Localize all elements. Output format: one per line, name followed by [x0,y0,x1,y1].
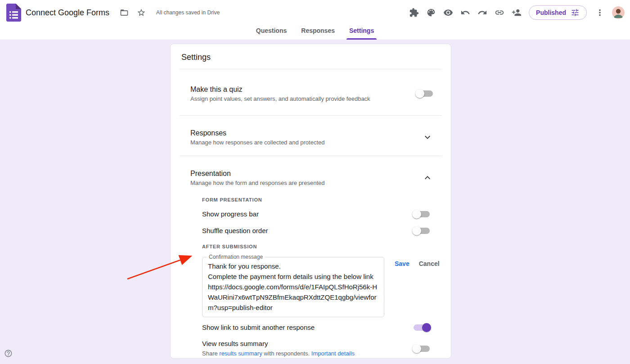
shuffle-question-order-label: Shuffle question order [202,226,414,235]
make-quiz-toggle[interactable] [417,90,433,97]
show-progress-bar-toggle[interactable] [414,211,430,217]
responses-section-row[interactable]: Responses Manage how responses are colle… [171,128,451,147]
confirmation-message-url: https://docs.google.com/forms/d/e/1FAIpQ… [208,282,378,313]
tab-settings[interactable]: Settings [342,25,381,40]
copy-link-icon[interactable] [491,4,508,21]
divider [180,69,442,69]
presentation-section-title: Presentation [190,169,422,179]
account-avatar[interactable] [612,6,625,19]
add-collaborators-icon[interactable] [508,4,525,21]
confirmation-message-floating-label: Confirmation message [207,254,265,260]
move-to-folder-icon[interactable] [116,4,133,21]
responses-section-title: Responses [190,128,422,138]
tab-bar: Questions Responses Settings [0,25,630,40]
confirmation-message-line2: Complete the payment form details using … [208,271,378,282]
star-icon[interactable] [133,4,150,21]
results-summary-link[interactable]: results summary [219,350,262,357]
active-tab-underline [346,38,377,40]
view-results-description: Share results summary with respondents. … [202,349,414,358]
settings-card: Settings Make this a quiz Assign point v… [170,44,451,359]
save-button[interactable]: Save [395,260,410,267]
publish-settings-tune-icon [571,8,580,17]
make-quiz-row: Make this a quiz Assign point values, se… [171,85,451,103]
show-link-label: Show link to submit another response [202,323,414,332]
customize-theme-palette-icon[interactable] [423,4,440,21]
preview-eye-icon[interactable] [440,4,457,21]
show-progress-bar-label: Show progress bar [202,210,414,219]
presentation-section-row[interactable]: Presentation Manage how the form and res… [171,169,451,187]
view-results-label: View results summary [202,339,414,348]
save-status-text: All changes saved in Drive [156,9,220,16]
settings-card-title: Settings [171,44,451,69]
divider [180,156,442,156]
make-quiz-description: Assign point values, set answers, and au… [190,95,417,103]
help-icon[interactable] [4,349,13,358]
confirmation-message-area: Confirmation message Thank for you respo… [171,257,451,317]
undo-icon[interactable] [457,4,474,21]
form-title[interactable]: Connect Google Forms [26,8,109,18]
view-results-share-prefix: Share [202,350,219,357]
important-details-link[interactable]: Important details [311,350,355,357]
confirmation-message-field[interactable]: Confirmation message Thank for you respo… [202,257,384,317]
presentation-section-description: Manage how the form and responses are pr… [190,179,422,187]
top-bar: Connect Google Forms All changes saved i… [0,0,630,25]
tab-questions-label: Questions [256,27,287,34]
after-submission-heading: AFTER SUBMISSION [171,244,451,249]
form-presentation-heading: FORM PRESENTATION [171,197,451,202]
show-link-toggle[interactable] [414,324,430,331]
tab-responses[interactable]: Responses [294,25,342,40]
add-ons-puzzle-icon[interactable] [405,4,423,21]
published-button[interactable]: Published [529,5,587,20]
chevron-up-icon[interactable] [422,172,433,183]
confirmation-message-line1: Thank for you response. [208,261,378,271]
top-bar-actions: Published [405,4,625,21]
tab-responses-label: Responses [301,27,335,34]
show-link-row: Show link to submit another response [171,323,451,332]
view-results-share-middle: with respondents. [262,350,311,357]
published-button-label: Published [536,9,566,16]
show-progress-bar-row: Show progress bar [171,210,451,219]
view-results-toggle[interactable] [414,346,430,352]
shuffle-question-order-row: Shuffle question order [171,226,451,235]
responses-section-description: Manage how responses are collected and p… [190,139,422,147]
make-quiz-title: Make this a quiz [190,85,417,94]
divider [180,115,442,116]
tab-questions[interactable]: Questions [249,25,294,40]
google-forms-logo[interactable] [6,4,21,22]
more-options-icon[interactable] [591,4,608,21]
redo-icon[interactable] [474,4,491,21]
cancel-button[interactable]: Cancel [419,260,440,267]
tab-settings-label: Settings [349,27,374,34]
view-results-row: View results summary Share results summa… [171,339,451,358]
shuffle-question-order-toggle[interactable] [414,228,430,234]
chevron-down-icon[interactable] [422,132,433,143]
